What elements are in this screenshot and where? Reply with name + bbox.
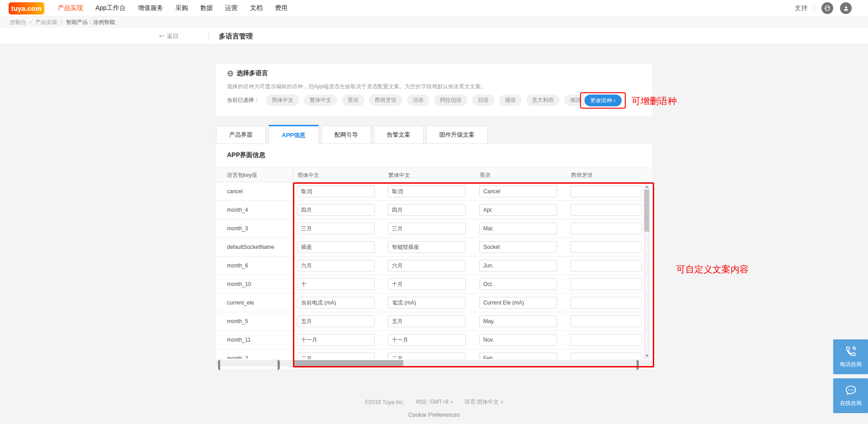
translation-input[interactable] xyxy=(479,297,557,309)
language-chip[interactable]: 西班牙语 xyxy=(369,95,402,106)
translation-input[interactable] xyxy=(571,186,642,197)
language-chip[interactable]: 英语 xyxy=(342,95,364,106)
language-chip[interactable]: 意大利语 xyxy=(526,95,560,106)
translation-input[interactable] xyxy=(479,223,557,234)
breadcrumb-item[interactable]: 控制台 xyxy=(10,19,26,26)
tab-固件升级文案[interactable]: 固件升级文案 xyxy=(426,126,488,144)
nav-item-采购[interactable]: 采购 xyxy=(175,4,188,12)
translation-input[interactable] xyxy=(297,241,375,253)
translation-input[interactable] xyxy=(388,241,466,253)
annotation-custom-text: 可自定义文案内容 xyxy=(676,263,749,276)
annotation-add-remove-languages: 可增删语种 xyxy=(632,95,677,107)
globe-icon[interactable] xyxy=(821,2,833,14)
tab-APP信息[interactable]: APP信息 xyxy=(269,125,319,144)
language-panel-description: 选择的语种为可显示编辑的语种，但App端是否生效取决于是否配置文案。为空的字段将… xyxy=(227,83,486,91)
language-chip[interactable]: 阿拉伯语 xyxy=(434,95,467,106)
translation-input[interactable] xyxy=(297,186,375,197)
horizontal-scrollbar-thumb[interactable] xyxy=(294,360,403,366)
translation-input[interactable] xyxy=(297,260,375,272)
change-language-button[interactable]: 更改语种 › xyxy=(585,95,622,106)
nav-item-App工作台[interactable]: App工作台 xyxy=(95,4,126,12)
tab-告警文案[interactable]: 告警文案 xyxy=(374,126,424,144)
translation-input[interactable] xyxy=(297,353,375,359)
language-chip[interactable]: 德语 xyxy=(499,95,522,106)
selected-label: 当前已选择： xyxy=(227,96,259,104)
translation-input[interactable] xyxy=(479,241,557,253)
translation-input[interactable] xyxy=(571,315,642,327)
translation-input[interactable] xyxy=(297,297,375,309)
nav-item-费用[interactable]: 费用 xyxy=(275,4,288,12)
cookie-preferences-link[interactable]: Cookie Preferences xyxy=(0,411,868,418)
language-select[interactable]: 语言:简体中文 ▾ xyxy=(465,398,503,406)
nav-item-增值服务[interactable]: 增值服务 xyxy=(138,4,163,12)
breadcrumb-item[interactable]: 智能产品：涂鸦智能 xyxy=(66,19,115,26)
translation-input[interactable] xyxy=(479,334,557,346)
translation-input[interactable] xyxy=(388,260,466,272)
nav-item-文档[interactable]: 文档 xyxy=(250,4,263,12)
timezone-select[interactable]: 时区: GMT+8 ▾ xyxy=(416,398,453,406)
nav-item-运营[interactable]: 运营 xyxy=(225,4,238,12)
translation-input[interactable] xyxy=(388,297,466,309)
scroll-down-arrow-icon[interactable] xyxy=(644,353,649,358)
translation-input[interactable] xyxy=(388,353,466,359)
translation-input[interactable] xyxy=(479,204,557,216)
language-selection-card: 选择多语言 选择的语种为可显示编辑的语种，但App端是否生效取决于是否配置文案。… xyxy=(216,64,652,116)
scroll-right-arrow-icon[interactable] xyxy=(278,361,280,369)
change-language-annotation-rect: 更改语种 › xyxy=(580,92,626,109)
breadcrumb-item[interactable]: 产品实现 xyxy=(35,19,57,26)
nav-item-产品实现[interactable]: 产品实现 xyxy=(58,4,83,12)
translation-input[interactable] xyxy=(388,204,466,216)
translation-input[interactable] xyxy=(297,204,375,216)
language-chip[interactable]: 日语 xyxy=(472,95,495,106)
translation-input[interactable] xyxy=(479,315,557,327)
translation-input[interactable] xyxy=(388,334,466,346)
nav-item-数据[interactable]: 数据 xyxy=(200,4,213,12)
translation-input[interactable] xyxy=(297,334,375,346)
translation-input[interactable] xyxy=(388,223,466,234)
selected-languages-row: 当前已选择： 简体中文繁体中文英语西班牙语法语阿拉伯语日语德语意大利语俄语 xyxy=(227,95,587,106)
translation-input[interactable] xyxy=(388,315,466,327)
language-chip[interactable]: 繁体中文 xyxy=(304,95,337,106)
translation-input[interactable] xyxy=(571,223,642,234)
translation-input[interactable] xyxy=(571,241,642,253)
vertical-scrollbar[interactable] xyxy=(644,183,650,359)
translation-input[interactable] xyxy=(479,186,557,197)
translation-input[interactable] xyxy=(571,260,642,272)
translation-input[interactable] xyxy=(571,278,642,290)
phone-icon xyxy=(844,345,857,358)
translation-input[interactable] xyxy=(571,334,642,346)
tab-产品界面[interactable]: 产品界面 xyxy=(216,126,266,144)
language-chip[interactable]: 法语 xyxy=(407,95,429,106)
translation-input[interactable] xyxy=(297,315,375,327)
language-panel-title-text: 选择多语言 xyxy=(236,69,268,77)
translation-input[interactable] xyxy=(571,204,642,216)
language-chip[interactable]: 简体中文 xyxy=(266,95,299,106)
translation-input[interactable] xyxy=(297,278,375,290)
vertical-scrollbar-thumb[interactable] xyxy=(644,190,649,232)
translation-input[interactable] xyxy=(479,278,557,290)
tuya-logo[interactable]: tuya.com xyxy=(9,2,44,14)
translation-input[interactable] xyxy=(297,223,375,234)
translation-input[interactable] xyxy=(571,297,642,309)
change-language-label: 更改语种 xyxy=(590,97,612,105)
horizontal-scrollbar[interactable] xyxy=(293,360,652,367)
tab-配网引导[interactable]: 配网引导 xyxy=(321,126,371,144)
scroll-right-end-arrow-icon[interactable] xyxy=(637,361,639,369)
chat-icon xyxy=(844,384,857,397)
scroll-left-arrow-icon[interactable] xyxy=(218,361,220,369)
translation-input[interactable] xyxy=(479,353,557,359)
translation-input[interactable] xyxy=(571,353,642,359)
key-column-scrollbar[interactable] xyxy=(216,360,293,367)
support-link[interactable]: 支持 xyxy=(795,4,807,12)
translation-input[interactable] xyxy=(388,186,466,197)
back-button[interactable]: ↩ 返回 xyxy=(159,28,179,44)
phone-support-button[interactable]: 电话咨询 xyxy=(833,339,868,374)
row-key: month_5 xyxy=(227,312,248,331)
online-support-button[interactable]: 在线咨询 xyxy=(833,378,868,413)
section-title: APP界面信息 xyxy=(227,151,265,159)
user-avatar-icon[interactable] xyxy=(840,2,852,14)
translation-input[interactable] xyxy=(479,260,557,272)
scroll-up-arrow-icon[interactable] xyxy=(644,184,649,189)
translation-input[interactable] xyxy=(388,278,466,290)
key-column-divider xyxy=(293,167,293,360)
